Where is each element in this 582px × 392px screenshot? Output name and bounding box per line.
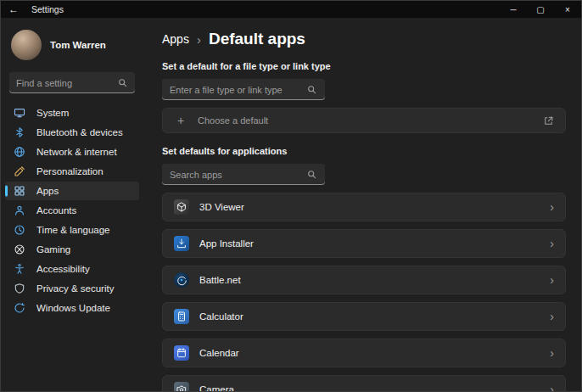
sidebar-item-bluetooth-devices[interactable]: Bluetooth & devices [5,123,139,142]
avatar [11,30,42,60]
app-row-camera[interactable]: Camera › [162,375,566,391]
shield-icon [13,282,26,295]
sidebar-item-privacy-security[interactable]: Privacy & security [5,279,139,298]
choose-default-label: Choose a default [198,115,268,126]
titlebar: ← Settings ─ ▢ × [1,1,581,18]
main-content: Apps › Default apps Set a default for a … [143,18,581,391]
choose-default-row[interactable]: + Choose a default [162,108,566,133]
bluetooth-icon [13,126,26,139]
file-type-section-label: Set a default for a file type or link ty… [162,61,566,71]
sidebar-item-label: Bluetooth & devices [36,127,123,137]
sidebar-item-label: Gaming [36,244,70,255]
maximize-icon: ▢ [536,5,544,14]
back-button[interactable]: ← [1,1,26,18]
app-row-3d-viewer[interactable]: 3D Viewer › [162,193,566,221]
chevron-right-icon: › [550,346,554,360]
sidebar-item-label: Privacy & security [36,283,114,294]
app-name: Calendar [199,348,239,358]
app-name: App Installer [199,238,254,249]
sidebar-item-accounts[interactable]: Accounts [5,201,139,220]
window-controls: ─ ▢ × [500,1,581,18]
app-row-calendar[interactable]: Calendar › [162,339,566,367]
app-row-battlenet[interactable]: Battle.net › [162,266,566,294]
app-row-app-installer[interactable]: App Installer › [162,229,566,258]
brush-icon [13,165,26,178]
calendar-icon [174,345,189,361]
window-title: Settings [31,4,64,14]
battlenet-icon [174,272,189,288]
sidebar-item-label: Time & language [36,225,110,235]
minimize-icon: ─ [510,5,516,14]
system-icon [13,106,26,120]
minimize-button[interactable]: ─ [500,1,527,18]
search-icon [306,84,317,95]
globe-icon [13,145,26,159]
sidebar-item-windows-update[interactable]: Windows Update [5,299,139,317]
camera-icon [174,382,189,391]
app-name: 3D Viewer [199,202,244,212]
calculator-icon [174,309,189,324]
page-title: Default apps [209,30,305,48]
person-icon [13,204,26,217]
sidebar-item-label: Apps [36,186,59,196]
sidebar-item-apps[interactable]: Apps [5,182,139,200]
xbox-icon [13,243,26,256]
settings-search-box[interactable] [9,72,135,93]
app-search-box[interactable] [162,164,325,185]
apps-section-label: Set defaults for applications [162,146,566,156]
3d-viewer-icon [174,199,189,215]
update-icon [13,301,26,315]
maximize-button[interactable]: ▢ [527,1,554,18]
chevron-right-icon: › [550,200,554,214]
chevron-right-icon: › [550,310,554,323]
sidebar-item-time-language[interactable]: Time & language [5,221,139,239]
close-icon: × [565,5,570,14]
chevron-right-icon: › [550,383,554,391]
sidebar-item-accessibility[interactable]: Accessibility [5,260,139,278]
sidebar-item-label: Windows Update [36,303,110,313]
sidebar-item-personalization[interactable]: Personalization [5,162,139,181]
file-type-search-box[interactable] [162,79,325,100]
back-arrow-icon: ← [8,3,19,15]
user-name: Tom Warren [50,40,106,50]
sidebar-item-label: Accounts [36,205,76,216]
search-icon [117,77,128,88]
sidebar-nav: System Bluetooth & devices Network & int… [1,104,143,325]
accessibility-icon [13,262,26,276]
sidebar-item-gaming[interactable]: Gaming [5,240,139,259]
settings-search-input[interactable] [16,78,117,88]
sidebar-item-system[interactable]: System [5,104,139,122]
chevron-right-icon: › [550,273,554,287]
app-name: Calculator [199,311,243,322]
app-name: Camera [199,384,234,391]
clock-icon [13,223,26,237]
sidebar: Tom Warren System Bluetooth & devices Ne… [1,18,143,391]
sidebar-item-label: Network & internet [36,147,117,157]
search-icon [306,169,317,180]
plus-icon: + [174,114,187,127]
user-profile[interactable]: Tom Warren [1,23,143,65]
apps-grid-icon [13,184,26,198]
sidebar-item-label: Accessibility [36,264,90,274]
external-link-icon [543,115,554,126]
close-button[interactable]: × [554,1,581,18]
app-search-input[interactable] [170,170,301,180]
breadcrumb-apps-link[interactable]: Apps [162,32,189,46]
breadcrumb: Apps › Default apps [162,30,566,48]
sidebar-item-label: Personalization [36,166,104,176]
app-row-calculator[interactable]: Calculator › [162,302,566,331]
sidebar-item-label: System [36,108,69,118]
chevron-right-icon: › [550,237,554,250]
breadcrumb-separator: › [197,32,201,47]
file-type-input[interactable] [170,85,301,95]
app-installer-icon [174,236,189,251]
app-name: Battle.net [199,275,241,285]
sidebar-item-network-internet[interactable]: Network & internet [5,143,139,161]
